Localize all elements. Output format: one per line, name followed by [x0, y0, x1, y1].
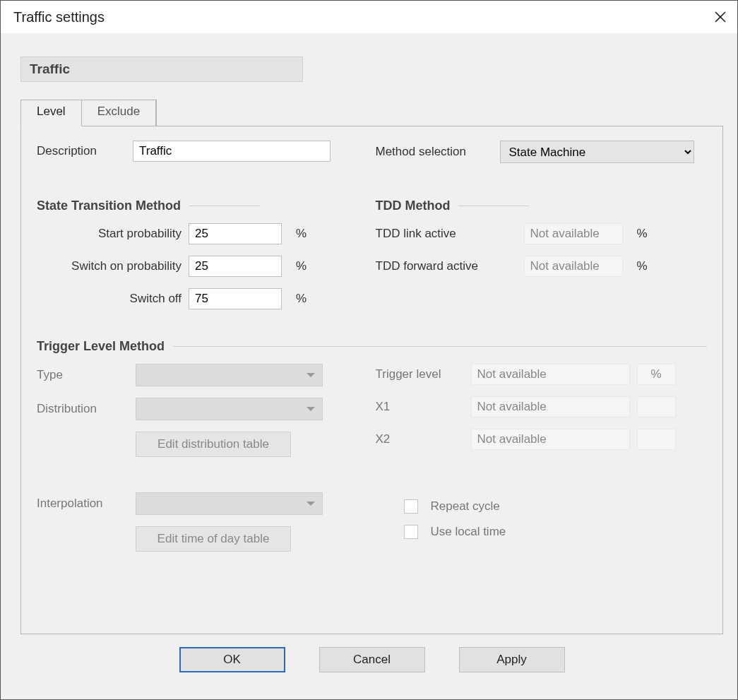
apply-button[interactable]: Apply	[459, 647, 565, 672]
tab-separator	[156, 99, 157, 126]
tab-strip: Level Exclude	[20, 99, 723, 126]
x1-unit	[637, 396, 676, 417]
group-trigger: Trigger Level Method	[37, 339, 707, 354]
cancel-button[interactable]: Cancel	[319, 647, 425, 672]
switch-off-input[interactable]	[189, 288, 282, 309]
section-title: Traffic	[20, 57, 303, 82]
dialog-buttons: OK Cancel Apply	[20, 634, 723, 688]
trigger-level-value: Not available	[471, 364, 630, 385]
tab-level[interactable]: Level	[20, 100, 82, 126]
pct-unit: %	[637, 259, 648, 273]
x1-label: X1	[376, 400, 464, 414]
switch-on-input[interactable]	[189, 256, 282, 277]
tab-panel-level: Description Method selection State Machi…	[20, 126, 723, 634]
trigger-level-unit: %	[637, 364, 676, 385]
pct-unit: %	[296, 259, 306, 273]
description-label: Description	[37, 144, 121, 158]
tdd-link-active-value: Not available	[524, 223, 623, 244]
pct-unit: %	[296, 227, 306, 241]
titlebar: Traffic settings	[1, 1, 737, 33]
group-line	[173, 346, 707, 347]
group-line	[458, 206, 529, 206]
type-combo	[136, 364, 323, 386]
use-local-time-label: Use local time	[431, 525, 506, 539]
repeat-cycle-label: Repeat cycle	[431, 499, 500, 514]
tab-exclude[interactable]: Exclude	[82, 100, 156, 126]
edit-distribution-button: Edit distribution table	[136, 432, 291, 457]
window-title: Traffic settings	[13, 9, 105, 25]
interpolation-combo	[136, 492, 323, 515]
client-area: Traffic Level Exclude Description	[1, 33, 737, 699]
ok-button[interactable]: OK	[179, 647, 285, 672]
tdd-forward-active-label: TDD forward active	[376, 259, 517, 273]
start-probability-label: Start probability	[37, 227, 181, 241]
x2-label: X2	[376, 432, 464, 446]
distribution-combo	[136, 398, 323, 420]
description-input[interactable]	[133, 141, 331, 162]
distribution-label: Distribution	[37, 402, 129, 416]
method-selection-combo[interactable]: State Machine	[500, 141, 694, 163]
x2-unit	[637, 429, 676, 450]
trigger-level-label: Trigger level	[376, 367, 464, 381]
pct-unit: %	[637, 227, 648, 241]
use-local-time-checkbox[interactable]	[404, 525, 418, 539]
interpolation-label: Interpolation	[37, 497, 129, 511]
method-selection-label: Method selection	[376, 145, 489, 159]
close-icon[interactable]	[713, 10, 727, 24]
group-state-transition: State Transition Method	[37, 198, 369, 213]
group-trigger-label: Trigger Level Method	[37, 339, 165, 354]
x2-value: Not available	[471, 429, 630, 450]
switch-off-label: Switch off	[37, 292, 181, 306]
dialog-window: Traffic settings Traffic Level Exclude	[0, 0, 738, 700]
x1-value: Not available	[471, 396, 630, 417]
tdd-forward-active-value: Not available	[524, 256, 623, 277]
start-probability-input[interactable]	[189, 223, 282, 244]
repeat-cycle-checkbox[interactable]	[404, 499, 418, 514]
group-tdd: TDD Method	[376, 198, 708, 213]
tab-exclude-label: Exclude	[97, 105, 140, 118]
group-tdd-label: TDD Method	[376, 198, 451, 213]
switch-on-label: Switch on probability	[37, 259, 181, 273]
tab-level-label: Level	[37, 105, 66, 118]
group-state-transition-label: State Transition Method	[37, 198, 181, 213]
edit-tod-button: Edit time of day table	[136, 526, 291, 552]
tdd-link-active-label: TDD link active	[376, 227, 517, 241]
type-label: Type	[37, 368, 129, 382]
group-line	[189, 206, 260, 206]
pct-unit: %	[296, 292, 306, 306]
